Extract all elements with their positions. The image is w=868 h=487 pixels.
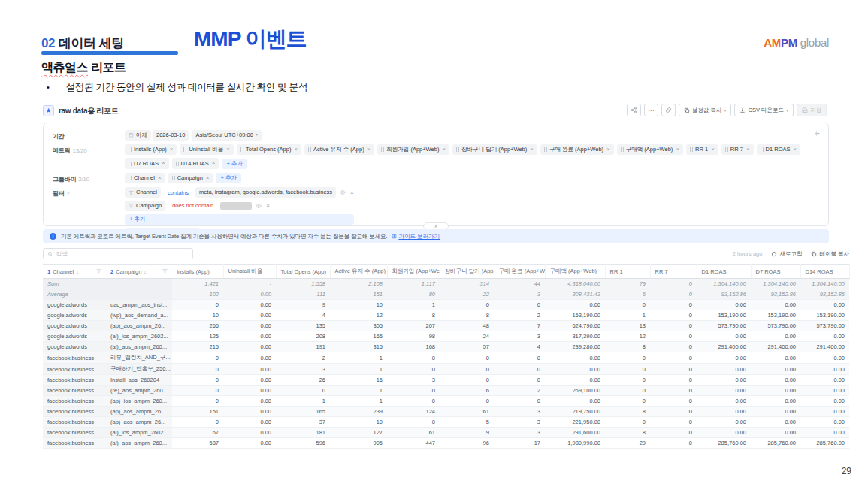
eye-icon[interactable] xyxy=(340,189,346,195)
search-input[interactable] xyxy=(56,250,189,257)
remove-filter-icon[interactable]: × xyxy=(266,202,270,209)
remove-chip-icon[interactable]: × xyxy=(746,146,750,153)
table-row[interactable]: facebook.business(ai)_aos_ampm_260...587… xyxy=(43,438,849,449)
filter-field[interactable]: Channel xyxy=(125,187,161,198)
column-header[interactable]: 구매액 (App+Web) xyxy=(545,265,605,279)
add-button[interactable]: + 추가 xyxy=(216,173,240,183)
metric-chip[interactable]: Active 유저 수 (App)× xyxy=(304,144,374,155)
cell-value: 165 xyxy=(276,407,330,417)
remove-chip-icon[interactable]: × xyxy=(226,146,230,153)
drag-handle-icon xyxy=(240,147,243,152)
cell-value: 13 xyxy=(605,321,650,331)
column-header[interactable]: 장바구니 담기 (App+W... xyxy=(440,265,494,279)
table-row[interactable]: facebook.business리뷰_앱런치_AND_구...00.00210… xyxy=(43,352,849,364)
remove-chip-icon[interactable]: × xyxy=(170,146,174,153)
metric-chip[interactable]: D7 ROAS× xyxy=(125,158,169,168)
groupby-count: 2/10 xyxy=(78,176,89,183)
copy-settings-button[interactable]: 설정값 복사 ▾ xyxy=(679,104,732,116)
filter-value[interactable]: meta, instagram, google.adwords, faceboo… xyxy=(195,187,336,198)
table-row[interactable]: facebook.business(ap)_aos_ampm_26...00.0… xyxy=(43,417,849,428)
save-button[interactable]: 저장 xyxy=(797,104,827,116)
table-row[interactable]: facebook.business(ap)_ios_ampm_260...00.… xyxy=(43,396,849,407)
column-header[interactable]: Active 유저 수 (App) xyxy=(330,265,387,279)
remove-chip-icon[interactable]: × xyxy=(606,146,610,153)
cell-value: 0 xyxy=(650,438,697,449)
column-header[interactable]: D7 ROAS xyxy=(751,265,800,279)
column-header[interactable]: Uninstall 비율 xyxy=(223,265,276,279)
groupby-chip[interactable]: Channel× xyxy=(125,173,165,183)
metric-chip[interactable]: Total Opens (App)× xyxy=(237,144,301,155)
share-button[interactable] xyxy=(627,104,641,116)
sort-icon[interactable]: ↕ xyxy=(144,269,147,274)
metric-chip[interactable]: 회원가입 (App+Web)× xyxy=(377,144,449,155)
metric-chip[interactable]: Installs (App)× xyxy=(125,144,177,155)
table-row[interactable]: google.adwordsuac_ampm_aos_inst...00.009… xyxy=(43,300,849,310)
metric-chip[interactable]: 구매 완료 (App+Web)× xyxy=(540,144,614,155)
metric-chip[interactable]: 구매액 (App+Web)× xyxy=(617,144,683,155)
remove-chip-icon[interactable]: × xyxy=(212,159,216,167)
timezone-select[interactable]: Asia/Seoul UTC+09:00▾ xyxy=(192,130,262,141)
more-button[interactable]: ⋯ xyxy=(644,104,658,116)
remove-chip-icon[interactable]: × xyxy=(676,146,679,153)
table-row[interactable]: facebook.business(ap)_aos_ampm_26...1510… xyxy=(43,407,849,417)
metric-chip[interactable]: RR 1× xyxy=(686,144,718,155)
metric-chip[interactable]: D14 ROAS× xyxy=(172,158,219,168)
favorite-star-icon[interactable]: ★ xyxy=(43,105,54,116)
cell-value: 239,280.00 xyxy=(545,342,605,352)
add-filter-button[interactable]: + 추가 xyxy=(125,214,354,225)
column-header[interactable]: Installs (App) xyxy=(172,265,223,279)
period-preset[interactable]: 어제 xyxy=(125,130,151,141)
guide-link[interactable]: 가이드 보러가기 xyxy=(392,233,440,240)
remove-chip-icon[interactable]: × xyxy=(367,146,371,153)
add-button[interactable]: + 추가 xyxy=(222,159,246,169)
table-row[interactable]: facebook.businessInstall_aos_26020400.00… xyxy=(43,375,849,386)
table-row[interactable]: google.adwords(ai)_aos_ampm_260...2150.0… xyxy=(43,342,849,352)
remove-chip-icon[interactable]: × xyxy=(206,174,210,182)
eye-icon[interactable] xyxy=(256,203,262,209)
remove-chip-icon[interactable]: × xyxy=(442,146,446,153)
remove-chip-icon[interactable]: × xyxy=(794,146,797,153)
column-header[interactable]: 구매 완료 (App+Web) xyxy=(494,265,545,279)
table-row[interactable]: google.adwords(ai)_ios_ampm_2602...1250.… xyxy=(43,331,849,342)
sort-icon[interactable]: ↕ xyxy=(76,269,79,274)
table-row[interactable]: facebook.business(ai)_ios_ampm_2602...67… xyxy=(43,428,849,438)
remove-chip-icon[interactable]: × xyxy=(162,159,165,167)
column-header-campaign[interactable]: 2Campaign↕ xyxy=(106,265,172,279)
cell-campaign: uac_ampm_aos_inst... xyxy=(106,300,172,310)
column-header-channel[interactable]: 1Channel↕ xyxy=(43,265,106,279)
remove-filter-icon[interactable]: × xyxy=(350,189,354,196)
column-filter-icon[interactable] xyxy=(162,268,168,275)
panel-settings-icon[interactable] xyxy=(814,130,821,137)
column-filter-icon[interactable] xyxy=(96,268,101,275)
period-date[interactable]: 2026-03-10 xyxy=(153,130,189,141)
table-row[interactable]: google.adwords(ap)_aos_ampm_26...2660.00… xyxy=(43,321,849,331)
groupby-chip[interactable]: Campaign× xyxy=(168,173,213,183)
metric-chip[interactable]: RR 7× xyxy=(721,144,754,155)
copy-table-button[interactable]: 테이블 복사 xyxy=(811,250,849,258)
link-button[interactable] xyxy=(661,104,676,116)
remove-chip-icon[interactable]: × xyxy=(158,174,162,182)
drag-handle-icon xyxy=(129,147,132,152)
column-header[interactable]: RR 1 xyxy=(605,265,650,279)
filter-field[interactable]: Campaign xyxy=(125,201,165,211)
remove-chip-icon[interactable]: × xyxy=(530,146,534,153)
column-header[interactable]: Total Opens (App) xyxy=(276,265,330,279)
metric-chip[interactable]: Uninstall 비율× xyxy=(180,144,234,155)
filter-operator[interactable]: contains xyxy=(165,188,192,198)
column-header[interactable]: 회원가입 (App+Web) xyxy=(387,265,440,279)
column-header[interactable]: D14 ROAS xyxy=(800,265,849,279)
metric-chip[interactable]: D1 ROAS× xyxy=(757,144,801,155)
remove-chip-icon[interactable]: × xyxy=(294,146,298,153)
cell-channel: facebook.business xyxy=(43,375,106,386)
metric-chip[interactable]: 장바구니 담기 (App+Web)× xyxy=(452,144,537,155)
table-row[interactable]: google.adwords(wp)_aos_demand_a...100.00… xyxy=(43,310,849,321)
column-header[interactable]: RR 7 xyxy=(650,265,697,279)
table-row[interactable]: facebook.business구매하기_앱홍보_250...00.00310… xyxy=(43,364,849,375)
column-header[interactable]: D1 ROAS xyxy=(697,265,751,279)
csv-download-button[interactable]: CSV 다운로드 ▾ xyxy=(734,104,794,116)
refresh-button[interactable]: 새로고침 xyxy=(771,250,802,258)
table-row[interactable]: facebook.business(re)_aos_ampm_260...00.… xyxy=(43,386,849,396)
filter-operator[interactable]: does not contain xyxy=(169,201,216,210)
remove-chip-icon[interactable]: × xyxy=(711,146,715,153)
cell-value: 153,190.00 xyxy=(545,310,605,321)
